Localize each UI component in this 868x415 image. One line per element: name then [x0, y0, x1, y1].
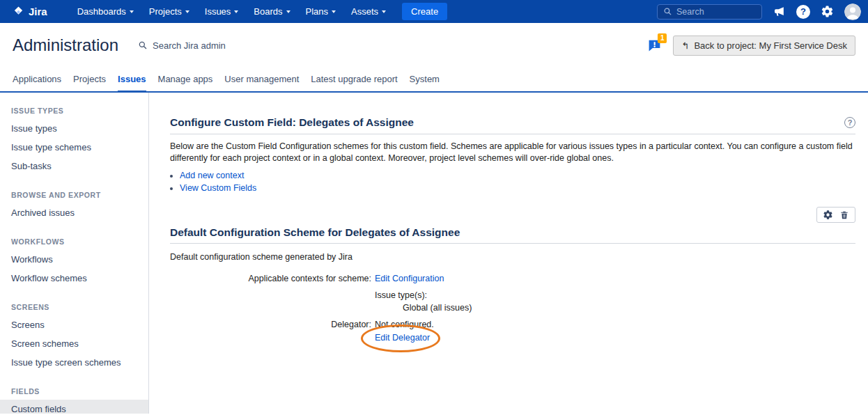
megaphone-icon[interactable]	[773, 5, 786, 18]
tab-system[interactable]: System	[410, 68, 440, 91]
sidebar-item-archived-issues[interactable]: Archived issues	[0, 203, 148, 222]
back-to-project-label: Back to project: My First Service Desk	[694, 40, 847, 51]
chevron-down-icon	[286, 10, 290, 13]
nav-boards[interactable]: Boards	[246, 0, 297, 23]
feedback-bubble-icon[interactable]: 1	[647, 38, 662, 53]
page-layout: ISSUE TYPES Issue types Issue type schem…	[0, 93, 868, 414]
jira-logo-icon	[13, 6, 24, 17]
view-custom-fields-link[interactable]: View Custom Fields	[180, 183, 256, 193]
nav-plans[interactable]: Plans	[298, 0, 344, 23]
sidebar-item-screen-schemes[interactable]: Screen schemes	[0, 334, 148, 353]
tab-projects[interactable]: Projects	[73, 68, 106, 91]
tab-issues[interactable]: Issues	[118, 68, 146, 93]
custom-field-title: Configure Custom Field: Delegates of Ass…	[170, 116, 414, 129]
sidebar-item-custom-fields[interactable]: Custom fields	[0, 400, 148, 414]
avatar[interactable]	[844, 3, 861, 20]
issue-types-label: Issue type(s):	[375, 290, 855, 300]
sidebar-header-screens: SCREENS	[0, 297, 148, 315]
chevron-down-icon	[130, 10, 134, 13]
delegator-value: Not configured.	[375, 320, 855, 329]
admin-search-label: Search Jira admin	[153, 40, 226, 51]
chevron-down-icon	[382, 10, 386, 13]
tab-applications[interactable]: Applications	[13, 68, 61, 91]
add-new-context-link[interactable]: Add new context	[180, 171, 244, 180]
custom-field-description: Below are the Custom Field Configuration…	[170, 141, 855, 164]
return-arrow-icon	[681, 40, 689, 51]
custom-field-title-row: Configure Custom Field: Delegates of Ass…	[170, 116, 855, 134]
topnav-right	[657, 3, 861, 20]
sidebar-item-workflows[interactable]: Workflows	[0, 250, 148, 269]
sidebar-section-workflows: WORKFLOWS Workflows Workflow schemes	[0, 232, 148, 288]
sidebar-item-issue-type-screen-schemes[interactable]: Issue type screen schemes	[0, 353, 148, 372]
jira-brand-label: Jira	[29, 6, 47, 17]
edit-configuration-link[interactable]: Edit Configuration	[375, 274, 444, 283]
sidebar-item-workflow-schemes[interactable]: Workflow schemes	[0, 269, 148, 288]
chevron-down-icon	[234, 10, 238, 13]
scheme-subtitle: Default configuration scheme generated b…	[170, 252, 855, 262]
back-to-project-button[interactable]: Back to project: My First Service Desk	[673, 36, 855, 56]
sidebar-item-issue-types[interactable]: Issue types	[0, 119, 148, 138]
jira-home-link[interactable]: Jira	[7, 6, 53, 17]
search-icon	[663, 7, 672, 16]
nav-plans-label: Plans	[306, 6, 329, 17]
sidebar-section-fields: FIELDS Custom fields System fields	[0, 382, 148, 414]
scheme-title-row: Default Configuration Scheme for Delegat…	[170, 226, 855, 244]
sidebar-section-browse-and-export: BROWSE AND EXPORT Archived issues	[0, 185, 148, 222]
delegator-block: Not configured. Edit Delegator	[375, 320, 855, 343]
admin-search[interactable]: Search Jira admin	[138, 40, 226, 51]
sidebar-header-browse-and-export: BROWSE AND EXPORT	[0, 185, 148, 203]
top-navigation-bar: Jira Dashboards Projects Issues Boards P…	[0, 0, 868, 23]
nav-projects[interactable]: Projects	[141, 0, 197, 23]
edit-delegator-link[interactable]: Edit Delegator	[375, 333, 430, 343]
nav-dashboards[interactable]: Dashboards	[70, 0, 141, 23]
scheme-details: Applicable contexts for scheme: Edit Con…	[170, 274, 855, 343]
admin-tabbar: Applications Projects Issues Manage apps…	[0, 68, 868, 93]
sidebar-header-fields: FIELDS	[0, 382, 148, 400]
chevron-down-icon	[332, 10, 336, 13]
sidebar-item-screens[interactable]: Screens	[0, 315, 148, 334]
sidebar-header-issue-types: ISSUE TYPES	[0, 101, 148, 119]
nav-projects-label: Projects	[149, 6, 182, 17]
tab-manage-apps[interactable]: Manage apps	[158, 68, 213, 91]
admin-header: Administration Search Jira admin 1 Back …	[0, 23, 868, 68]
list-item: Add new context	[180, 169, 855, 182]
global-search[interactable]	[657, 4, 762, 19]
admin-sidebar: ISSUE TYPES Issue types Issue type schem…	[0, 93, 149, 414]
issue-types-value: Global (all issues)	[403, 303, 855, 313]
tab-latest-upgrade-report[interactable]: Latest upgrade report	[311, 68, 397, 91]
page-title: Administration	[13, 36, 118, 55]
nav-issues-label: Issues	[205, 6, 231, 17]
context-links: Add new context View Custom Fields	[170, 169, 855, 194]
create-button[interactable]: Create	[402, 3, 447, 20]
notification-badge: 1	[658, 33, 667, 43]
help-icon[interactable]	[844, 117, 855, 128]
nav-issues[interactable]: Issues	[197, 0, 247, 23]
issue-types-block: Issue type(s): Global (all issues)	[375, 290, 855, 313]
help-icon[interactable]	[796, 5, 810, 19]
gear-icon[interactable]	[823, 210, 833, 220]
sidebar-item-issue-type-schemes[interactable]: Issue type schemes	[0, 138, 148, 157]
nav-assets[interactable]: Assets	[343, 0, 394, 23]
chevron-down-icon	[185, 10, 189, 13]
search-icon	[138, 40, 148, 50]
list-item: View Custom Fields	[180, 182, 855, 194]
nav-dashboards-label: Dashboards	[77, 6, 126, 17]
scheme-tools	[816, 207, 855, 223]
sidebar-section-screens: SCREENS Screens Screen schemes Issue typ…	[0, 297, 148, 372]
edit-delegator-wrap: Edit Delegator	[375, 333, 430, 343]
contexts-value: Edit Configuration	[375, 274, 855, 283]
admin-header-right: 1 Back to project: My First Service Desk	[647, 36, 855, 56]
global-search-input[interactable]	[676, 7, 756, 17]
nav-assets-label: Assets	[351, 6, 378, 17]
contexts-label: Applicable contexts for scheme:	[170, 274, 371, 283]
scheme-title: Default Configuration Scheme for Delegat…	[170, 226, 855, 239]
sidebar-header-workflows: WORKFLOWS	[0, 232, 148, 250]
tab-user-management[interactable]: User management	[224, 68, 299, 91]
sidebar-item-sub-tasks[interactable]: Sub-tasks	[0, 157, 148, 175]
gear-icon[interactable]	[821, 5, 834, 18]
main-content: Configure Custom Field: Delegates of Ass…	[149, 93, 868, 414]
primary-nav: Dashboards Projects Issues Boards Plans …	[70, 0, 394, 23]
nav-boards-label: Boards	[254, 6, 282, 17]
sidebar-section-issue-types: ISSUE TYPES Issue types Issue type schem…	[0, 101, 148, 175]
trash-icon[interactable]	[839, 210, 849, 220]
